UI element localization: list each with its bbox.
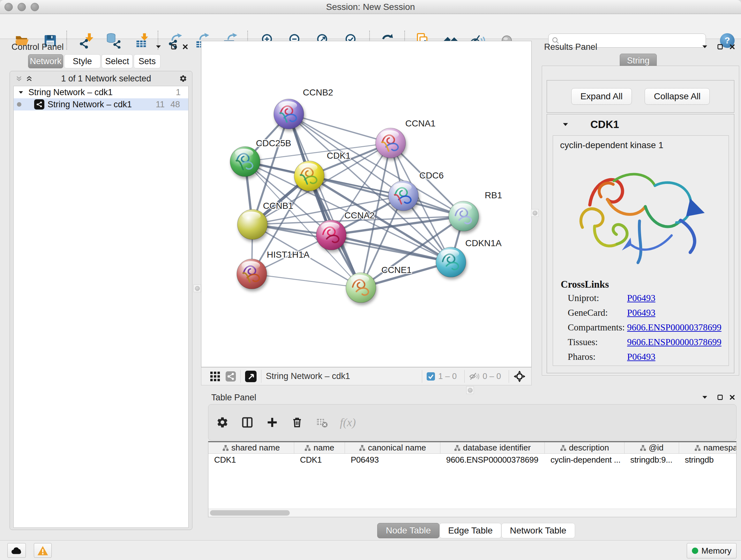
- crosslink-value[interactable]: 9606.ENSP00000378699: [627, 337, 722, 348]
- tab-style[interactable]: Style: [64, 54, 100, 68]
- column-header--id[interactable]: @id: [624, 442, 679, 453]
- import-network-button[interactable]: [77, 31, 96, 50]
- results-panel-menu-button[interactable]: [701, 43, 709, 51]
- column-header-shared-name[interactable]: shared name: [208, 442, 294, 453]
- node-CCNE1[interactable]: CCNE1: [346, 265, 412, 303]
- node-HIST1H1A[interactable]: HIST1H1A: [237, 250, 310, 289]
- control-panel-float-button[interactable]: [170, 43, 178, 51]
- table-panel-float-button[interactable]: [716, 393, 724, 401]
- tab-network[interactable]: Network: [28, 54, 63, 68]
- table-panel-close-button[interactable]: [728, 393, 736, 401]
- table-options-button[interactable]: [215, 415, 229, 429]
- node-label-CCNA1: CCNA1: [405, 118, 435, 128]
- table-cell[interactable]: P06493: [345, 454, 441, 466]
- crosslink-value[interactable]: P06493: [627, 293, 656, 303]
- show-columns-button[interactable]: [240, 415, 254, 429]
- column-header-description[interactable]: description: [545, 442, 624, 453]
- right-splitter-handle[interactable]: [531, 209, 539, 217]
- table-row[interactable]: CDK1CDK1P064939606.ENSP00000378699cyclin…: [208, 454, 736, 466]
- edge-CCNE1-HIST1H1A[interactable]: [252, 274, 361, 288]
- table-panel-menu-button[interactable]: [701, 393, 709, 401]
- tab-sets[interactable]: Sets: [134, 54, 160, 68]
- current-network-dot: [17, 102, 21, 107]
- crosslink-label: Uniprot:: [568, 293, 599, 303]
- node-RB1[interactable]: RB1: [449, 190, 502, 231]
- close-icon: [182, 44, 188, 50]
- crosslink-value[interactable]: P06493: [627, 352, 656, 362]
- eye-slash-icon: [469, 372, 479, 381]
- import-network-from-database-button[interactable]: [104, 31, 123, 50]
- navigator-button[interactable]: [245, 371, 257, 382]
- trash-icon: [291, 416, 303, 428]
- node-CCNB1[interactable]: CCNB1: [238, 201, 293, 240]
- add-column-button[interactable]: [265, 415, 279, 429]
- collection-name: String Network – cdk1: [28, 87, 113, 98]
- pan-mode-button[interactable]: [514, 370, 526, 382]
- tree-expander-icon[interactable]: [17, 88, 24, 96]
- table-cell[interactable]: cyclin-dependent ...: [545, 454, 624, 466]
- gene-detail-card: cyclin-dependent kinase 1: [553, 135, 729, 366]
- network-canvas[interactable]: CCNB2CCNA1CDC25BCDK1CDC6RB1CCNB1CCNA2CDK…: [201, 41, 532, 367]
- tab-select[interactable]: Select: [102, 54, 133, 68]
- collection-count: 1: [176, 87, 181, 98]
- attribute-icon: [222, 445, 229, 451]
- node-CDKN1A[interactable]: CDKN1A: [436, 238, 502, 277]
- horizontal-scrollbar[interactable]: [208, 509, 736, 517]
- column-header-canonical-name[interactable]: canonical name: [345, 442, 441, 453]
- table-cell[interactable]: CDK1: [294, 454, 345, 466]
- crosslink-value[interactable]: 9606.ENSP00000378699: [627, 322, 722, 333]
- attribute-icon: [560, 445, 566, 451]
- gene-section-header[interactable]: CDK1: [547, 114, 734, 135]
- table-toolbar: f(x): [208, 404, 737, 441]
- network-options-button[interactable]: [179, 75, 187, 82]
- tab-node-table[interactable]: Node Table: [377, 523, 440, 538]
- view-mode-button[interactable]: [226, 371, 236, 381]
- delete-table-icon: [316, 416, 328, 428]
- expand-all-button[interactable]: Expand All: [571, 88, 632, 105]
- table-header-row: shared namenamecanonical namedatabase id…: [208, 442, 736, 454]
- node-label-CCNB2: CCNB2: [303, 87, 333, 98]
- collapse-all-networks-button[interactable]: [15, 75, 23, 82]
- app-window: Session: New Session: [0, 0, 741, 560]
- results-panel-float-button[interactable]: [716, 43, 724, 51]
- table-cell[interactable]: stringdb:9...: [624, 454, 679, 466]
- table-cell[interactable]: 9606.ENSP00000378699: [441, 454, 545, 466]
- selected-checkbox[interactable]: [427, 372, 435, 381]
- tab-network-table[interactable]: Network Table: [501, 523, 575, 538]
- results-panel-close-button[interactable]: [728, 43, 736, 51]
- collapse-all-button[interactable]: Collapse All: [645, 88, 710, 105]
- cloud-status-button[interactable]: [7, 543, 26, 558]
- section-expander-icon[interactable]: [562, 121, 569, 128]
- tab-edge-table[interactable]: Edge Table: [440, 523, 501, 538]
- column-header-namespace[interactable]: namespace: [679, 442, 737, 453]
- network-collection-row[interactable]: String Network – cdk1 1: [14, 86, 188, 98]
- close-icon: [729, 44, 735, 50]
- column-header-database-identifier[interactable]: database identifier: [441, 442, 545, 453]
- column-header-name[interactable]: name: [294, 442, 345, 453]
- crosslink-row: Uniprot:P06493: [568, 293, 721, 307]
- node-label-HIST1H1A: HIST1H1A: [267, 250, 310, 260]
- network-tree: String Network – cdk1 1 String Network –…: [13, 86, 189, 528]
- left-splitter-handle[interactable]: [193, 285, 201, 292]
- table-cell[interactable]: CDK1: [208, 454, 294, 466]
- bottom-splitter-handle[interactable]: [466, 386, 474, 394]
- scrollbar-thumb[interactable]: [210, 510, 290, 516]
- control-panel-menu-button[interactable]: [154, 43, 162, 51]
- edge-count: 48: [171, 100, 180, 110]
- import-table-icon: [135, 33, 151, 49]
- import-table-button[interactable]: [133, 31, 152, 50]
- edge-CDK1-RB1[interactable]: [309, 176, 464, 216]
- crosslink-value[interactable]: P06493: [627, 307, 656, 318]
- node-CCNA1[interactable]: CCNA1: [376, 118, 435, 158]
- memory-button[interactable]: Memory: [687, 543, 737, 558]
- table-body: CDK1CDK1P064939606.ENSP00000378699cyclin…: [208, 454, 736, 466]
- network-graph[interactable]: CCNB2CCNA1CDC25BCDK1CDC6RB1CCNB1CCNA2CDK…: [201, 41, 531, 367]
- control-panel-close-button[interactable]: [181, 43, 189, 51]
- table-cell[interactable]: stringdb: [679, 454, 737, 466]
- grid-mode-button[interactable]: [210, 372, 220, 381]
- network-row-selected[interactable]: String Network – cdk1 11 48: [14, 98, 188, 111]
- expand-all-networks-button[interactable]: [25, 75, 33, 82]
- delete-column-button[interactable]: [290, 415, 304, 429]
- warnings-button[interactable]: [34, 543, 52, 558]
- network-name: String Network – cdk1: [48, 100, 132, 110]
